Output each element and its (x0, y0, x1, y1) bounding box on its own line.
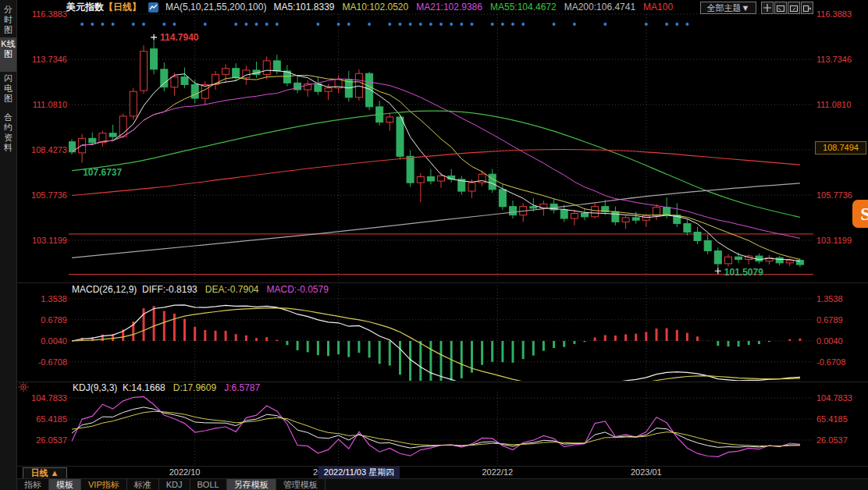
axis-tick: 116.3883 (20, 9, 67, 19)
axis-tick: 0.6789 (20, 315, 67, 325)
axis-tick: 0.0040 (20, 336, 67, 346)
layout-icon-1[interactable] (774, 2, 787, 14)
ma-legend-item-3: MA21:102.9386 (416, 2, 482, 12)
axis-tick: 116.3883 (816, 9, 852, 19)
candlestick-chart-icon (148, 2, 158, 12)
macd-value: MACD:-0.0579 (267, 284, 329, 295)
period-tag: 【日线】 (104, 2, 141, 12)
period-selector[interactable]: 日线 ▲ (23, 467, 67, 479)
tab-6[interactable]: BOLL (190, 479, 227, 490)
axis-tick: 104.7833 (816, 393, 852, 403)
price-tag: 108.7494 (815, 141, 866, 154)
macd-plot[interactable] (69, 286, 813, 381)
axis-tick: 103.1199 (816, 236, 852, 245)
time-axis-month: 2022/12 (482, 467, 513, 477)
crosshair-date-box: 2022/11/03 星期四 (318, 467, 400, 478)
axis-tick: 113.7346 (816, 55, 852, 64)
ma-legend-item-4: MA55:104.4672 (490, 2, 557, 12)
axis-tick: 105.7736 (816, 190, 852, 200)
macd-params: MACD(26,12,9) (72, 284, 137, 295)
price-annotation: 114.7940 (160, 32, 198, 43)
ma-legend-item-1: MA5:101.8339 (273, 2, 334, 12)
kdj-header: KDJ(9,3,3) K:14.1668 D:17.9609 J:6.5787 (73, 382, 260, 393)
axis-tick: 65.4185 (816, 414, 848, 424)
period-label: 日线 (31, 468, 48, 478)
chart-header: 美元指数【日线】 MA(5,10,21,55,200,100) MA5:101.… (66, 1, 673, 13)
crosshair-icon[interactable] (761, 2, 774, 14)
ma-legend: MA5:101.8339MA10:102.0520MA21:102.9386MA… (273, 2, 673, 12)
period-arrow-icon: ▲ (51, 468, 59, 478)
ma-params-label: MA(5,10,21,55,200,100) (165, 2, 266, 12)
axis-tick: 111.0810 (20, 100, 67, 109)
tab-2[interactable]: 模板 (49, 479, 81, 490)
ma-legend-item-6: MA100 (643, 2, 673, 12)
kdj-k-value: K:14.1668 (123, 382, 165, 393)
tab-1[interactable]: 指标 (17, 479, 49, 490)
sidebar-item-4[interactable]: 合约资料 (0, 111, 16, 156)
sidebar-item-3[interactable]: 闪电图 (0, 72, 16, 106)
time-axis-month: 2022/10 (169, 467, 201, 477)
kdj-plot[interactable] (69, 392, 813, 465)
tab-8[interactable]: 管理模板 (276, 479, 326, 490)
app-window: 分时图K线图闪电图合约资料 美元指数【日线】 MA(5,10,21,55,200… (0, 0, 868, 490)
kdj-params: KDJ(9,3,3) (73, 382, 117, 393)
panel-separator (17, 466, 868, 467)
time-axis-month: 2023/01 (631, 467, 662, 477)
axis-tick: 26.0537 (816, 435, 848, 445)
axis-tick: 0.0040 (816, 336, 843, 346)
axis-tick: 111.0810 (816, 100, 851, 109)
kdj-j-value: J:6.5787 (224, 382, 260, 393)
axis-tick: 1.3538 (816, 294, 843, 304)
tab-3[interactable]: VIP指标 (81, 479, 127, 490)
layout-icon-2[interactable] (788, 2, 800, 14)
floating-s-badge[interactable]: S (852, 200, 868, 228)
main-chart-plot[interactable] (69, 14, 813, 282)
panel-separator (17, 282, 868, 283)
axis-tick: 105.7736 (20, 190, 67, 200)
bottom-tabbar: 指标模板VIP指标标准KDJBOLL另存模板管理模板 (17, 478, 868, 490)
tab-4[interactable]: 标准 (127, 479, 159, 490)
axis-tick: 108.4273 (20, 145, 67, 154)
tab-5[interactable]: KDJ (159, 479, 190, 490)
macd-header: MACD(26,12,9) DIFF:-0.8193 DEA:-0.7904 M… (72, 284, 329, 295)
axis-tick: 0.6789 (816, 315, 843, 325)
axis-tick: 26.0537 (20, 435, 67, 445)
axis-tick: 1.3538 (20, 294, 67, 304)
macd-diff-value: DIFF:-0.8193 (142, 284, 197, 295)
ma-legend-item-2: MA10:102.0520 (342, 2, 408, 12)
sidebar-item-1[interactable]: 分时图 (0, 3, 16, 37)
axis-tick: 104.7833 (20, 393, 67, 403)
price-annotation: 107.6737 (83, 167, 122, 178)
tab-7[interactable]: 另存模板 (227, 479, 276, 490)
axis-tick: 65.4185 (20, 414, 67, 424)
macd-dea-value: DEA:-0.7904 (205, 284, 259, 295)
layout-icon-3[interactable] (801, 2, 813, 14)
axis-tick: -0.6708 (816, 357, 845, 367)
axis-tick: 103.1199 (20, 236, 67, 245)
kdj-d-value: D:17.9609 (173, 382, 216, 393)
symbol-title: 美元指数【日线】 (66, 1, 141, 14)
symbol-name: 美元指数 (66, 2, 104, 12)
axis-tick: 113.7346 (20, 55, 67, 64)
price-annotation: 101.5079 (724, 267, 763, 278)
left-sidebar: 分时图K线图闪电图合约资料 (0, 0, 17, 490)
ma-legend-item-5: MA200:106.4741 (564, 2, 635, 12)
axis-tick: -0.6708 (20, 357, 67, 367)
sidebar-item-2[interactable]: K线图 (0, 37, 16, 72)
theme-dropdown[interactable]: 全部主题▼ (700, 2, 756, 14)
